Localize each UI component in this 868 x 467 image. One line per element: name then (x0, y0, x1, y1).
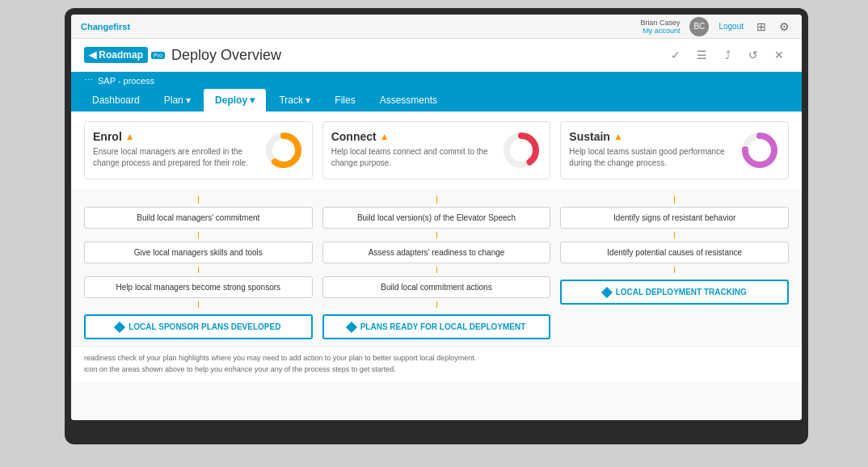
connect-warning-icon: ▲ (380, 131, 390, 142)
list-icon[interactable]: ☰ (692, 45, 711, 65)
action-item-3-2[interactable]: Identify potential causes of resistance (560, 242, 789, 263)
top-bar: Changefirst Brian Casey My account BC Lo… (71, 15, 802, 39)
grid-icon[interactable]: ⊞ (753, 19, 769, 35)
action-columns: Build local managers' commitment Give lo… (71, 189, 802, 346)
action-item-1-3[interactable]: Help local managers become strong sponso… (84, 276, 313, 298)
breadcrumb-process: SAP - process (98, 76, 154, 86)
phase-sustain-desc: Help local teams sustain good performanc… (569, 146, 731, 169)
phase-sustain-chart (739, 130, 780, 170)
phase-card-enrol: Enrol ▲ Ensure local managers are enroll… (84, 121, 313, 179)
user-name: Brian Casey (640, 19, 680, 27)
action-item-1-1[interactable]: Build local managers' commitment (84, 207, 313, 229)
main-content: Enrol ▲ Ensure local managers are enroll… (71, 111, 802, 420)
col2-connector-2 (436, 267, 437, 273)
diamond-icon-2 (346, 321, 357, 332)
col2-connector-1 (436, 232, 437, 238)
phase-enrol-chart (263, 130, 304, 170)
phase-sustain-title: Sustain ▲ (569, 130, 731, 143)
roadmap-icon: ◀ Roadmap (84, 47, 148, 63)
app-title: ◀ Roadmap Pro Deploy Overview (84, 47, 281, 64)
diamond-icon-1 (114, 321, 125, 332)
cta-3[interactable]: LOCAL DEPLOYMENT TRACKING (560, 280, 789, 305)
avatar: BC (689, 17, 709, 36)
top-icons: ⊞ ⚙ (753, 19, 792, 35)
phase-connect-title: Connect ▲ (331, 130, 494, 143)
page-title: Deploy Overview (171, 47, 281, 64)
enrol-warning-icon: ▲ (125, 131, 135, 142)
col3-connector-1 (674, 232, 675, 238)
checkmark-icon[interactable]: ✓ (666, 45, 685, 65)
col1-divider (198, 196, 199, 204)
breadcrumb-bar: ⋯ SAP - process (71, 72, 802, 89)
col1-connector-1 (198, 232, 199, 238)
tab-plan[interactable]: Plan ▾ (153, 89, 202, 111)
phase-card-sustain: Sustain ▲ Help local teams sustain good … (560, 121, 789, 179)
action-col-1: Build local managers' commitment Give lo… (84, 196, 313, 339)
tab-dashboard[interactable]: Dashboard (81, 89, 151, 111)
phase-enrol-title: Enrol ▲ (93, 130, 255, 143)
header-actions: ✓ ☰ ⤴ ↺ ✕ (666, 45, 789, 65)
tab-files[interactable]: Files (323, 89, 366, 111)
phase-card-connect: Connect ▲ Help local teams connect and c… (322, 121, 551, 179)
action-item-2-2[interactable]: Assess adapters' readiness to change (322, 242, 551, 263)
pro-badge: Pro (151, 52, 165, 59)
cta-2[interactable]: PLANS READY FOR LOCAL DEPLOYMENT (322, 314, 551, 339)
top-bar-right: Brian Casey My account BC Logout ⊞ ⚙ (640, 17, 792, 36)
action-item-2-1[interactable]: Build local version(s) of the Elevator S… (322, 207, 551, 229)
phase-sustain-info: Sustain ▲ Help local teams sustain good … (569, 130, 731, 169)
action-item-1-2[interactable]: Give local managers skills and tools (84, 242, 313, 263)
breadcrumb-separator: ⋯ (84, 75, 93, 86)
phase-cards: Enrol ▲ Ensure local managers are enroll… (71, 111, 802, 189)
tab-deploy[interactable]: Deploy ▾ (204, 89, 266, 111)
sustain-warning-icon: ▲ (613, 131, 623, 142)
my-account-link[interactable]: My account (643, 27, 680, 35)
footer-text-1: readiness check of your plan highlights … (84, 354, 476, 362)
col2-connector-3 (436, 301, 437, 308)
footer-text-3: any of the process steps to get started. (271, 365, 396, 373)
phase-connect-desc: Help local teams connect and commit to t… (331, 146, 494, 169)
action-item-2-3[interactable]: Build local commitment actions (322, 276, 551, 298)
close-icon[interactable]: ✕ (769, 45, 789, 65)
action-col-3: Identify signs of resistant behavior Ide… (560, 196, 789, 339)
cta-1[interactable]: LOCAL SPONSOR PLANS DEVELOPED (84, 314, 313, 339)
tab-assessments[interactable]: Assessments (369, 89, 449, 111)
phase-connect-info: Connect ▲ Help local teams connect and c… (331, 130, 494, 169)
nav-bar: Dashboard Plan ▾ Deploy ▾ Track ▾ Files … (71, 89, 802, 111)
col1-connector-3 (198, 301, 199, 308)
phase-enrol-info: Enrol ▲ Ensure local managers are enroll… (93, 130, 255, 169)
app-header: ◀ Roadmap Pro Deploy Overview ✓ ☰ ⤴ ↺ ✕ (71, 39, 802, 72)
col1-connector-2 (198, 267, 199, 273)
logout-link[interactable]: Logout (718, 22, 744, 31)
col2-divider (436, 196, 437, 204)
action-item-3-1[interactable]: Identify signs of resistant behavior (560, 207, 789, 229)
app-logo: Changefirst (81, 22, 130, 32)
settings-icon[interactable]: ⚙ (776, 19, 792, 35)
share-icon[interactable]: ⤴ (718, 45, 737, 65)
footer-text-2: icon on the areas shown above to help yo… (84, 365, 268, 373)
col3-divider (674, 196, 675, 204)
action-col-2: Build local version(s) of the Elevator S… (322, 196, 551, 339)
roadmap-logo: ◀ Roadmap Pro (84, 47, 165, 63)
phase-connect-chart (501, 130, 541, 170)
user-info: Brian Casey My account (640, 19, 680, 35)
phase-enrol-desc: Ensure local managers are enrolled in th… (93, 146, 255, 169)
tab-track[interactable]: Track ▾ (268, 89, 322, 111)
diamond-icon-3 (601, 286, 613, 297)
footer-note: readiness check of your plan highlights … (71, 346, 802, 381)
history-icon[interactable]: ↺ (744, 45, 763, 65)
col3-connector-2 (674, 267, 675, 273)
